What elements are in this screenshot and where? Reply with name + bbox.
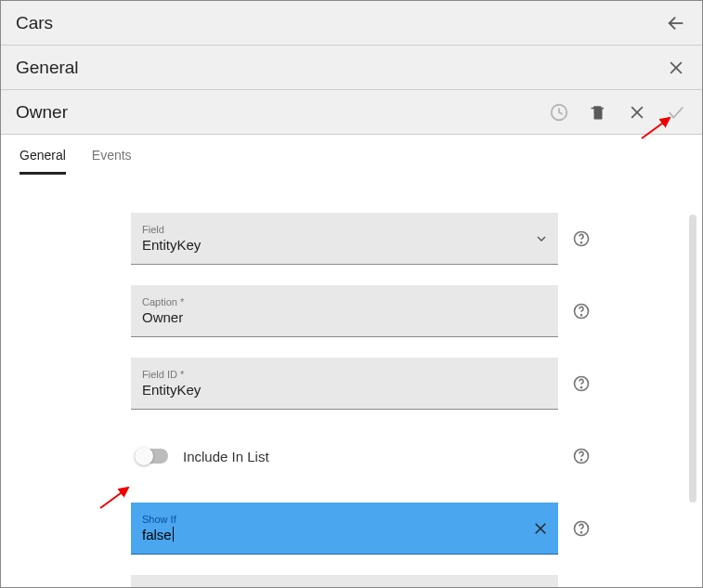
scrollbar[interactable] bbox=[689, 215, 696, 503]
tabs: General Events bbox=[1, 135, 702, 176]
help-icon[interactable] bbox=[572, 503, 591, 555]
field-field-label: Field bbox=[142, 224, 547, 235]
field-show-if[interactable]: Show If false bbox=[131, 503, 558, 555]
cancel-icon[interactable] bbox=[626, 101, 648, 124]
svg-point-17 bbox=[581, 532, 582, 533]
delete-icon[interactable] bbox=[587, 101, 609, 124]
confirm-icon[interactable] bbox=[665, 101, 687, 124]
field-field-id-value: EntityKey bbox=[142, 382, 547, 398]
chevron-down-icon[interactable] bbox=[534, 231, 549, 246]
help-icon[interactable] bbox=[572, 285, 591, 337]
include-in-list-toggle[interactable] bbox=[135, 449, 168, 464]
svg-point-9 bbox=[581, 242, 582, 243]
field-caption-value: Owner bbox=[142, 309, 547, 325]
field-caption-label: Caption * bbox=[142, 296, 547, 307]
help-icon[interactable] bbox=[572, 358, 591, 410]
form-panel: Field EntityKey Caption * Owner Field ID… bbox=[1, 176, 702, 588]
field-field-value: EntityKey bbox=[142, 237, 547, 253]
field-include-in-list: Include In List bbox=[131, 430, 558, 482]
field-display-type[interactable]: Display Type _Lookup bbox=[131, 575, 558, 588]
field-field-id-label: Field ID * bbox=[142, 369, 547, 380]
field-show-if-label: Show If bbox=[142, 514, 547, 525]
breadcrumb-general-title: General bbox=[16, 58, 79, 78]
breadcrumb-level-2: General bbox=[1, 46, 702, 90]
breadcrumb-cars-title: Cars bbox=[16, 13, 53, 33]
help-icon[interactable] bbox=[572, 430, 591, 482]
svg-point-15 bbox=[581, 460, 582, 461]
help-icon[interactable] bbox=[572, 575, 591, 588]
field-show-if-value: false bbox=[142, 527, 547, 542]
tab-events[interactable]: Events bbox=[92, 148, 132, 175]
field-field-id[interactable]: Field ID * EntityKey bbox=[131, 358, 558, 410]
tab-general[interactable]: General bbox=[20, 148, 66, 175]
svg-point-11 bbox=[581, 315, 582, 316]
clear-show-if-icon[interactable] bbox=[532, 520, 549, 537]
breadcrumb-level-1: Cars bbox=[1, 1, 702, 46]
breadcrumb-level-3: Owner bbox=[1, 90, 702, 135]
back-icon[interactable] bbox=[665, 12, 687, 34]
breadcrumb-owner-title: Owner bbox=[16, 102, 68, 123]
help-icon[interactable] bbox=[572, 213, 591, 265]
field-field[interactable]: Field EntityKey bbox=[131, 213, 558, 265]
field-caption[interactable]: Caption * Owner bbox=[131, 285, 558, 337]
close-general-icon[interactable] bbox=[665, 57, 687, 79]
include-in-list-label: Include In List bbox=[183, 449, 269, 464]
history-icon[interactable] bbox=[548, 101, 570, 124]
svg-point-13 bbox=[581, 387, 582, 388]
